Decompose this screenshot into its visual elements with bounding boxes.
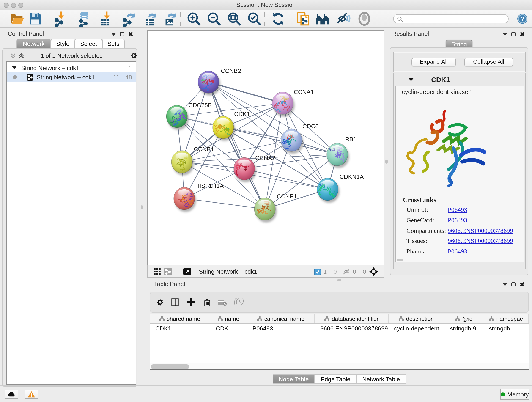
tab-select[interactable]: Select <box>75 38 102 49</box>
network-edge[interactable] <box>244 169 328 189</box>
network-node-RB1[interactable] <box>327 143 348 166</box>
birdseye-view-icon[interactable] <box>183 268 191 275</box>
network-row[interactable]: String Network – cdk1 11 48 <box>7 72 136 82</box>
splitter-handle[interactable] <box>141 205 143 210</box>
tab-edge-table[interactable]: Edge Table <box>315 375 356 384</box>
scrollbar-thumb[interactable] <box>151 364 189 369</box>
network-node-CCNB1[interactable] <box>171 151 192 173</box>
column-header-namespac[interactable]: namespac <box>483 314 529 323</box>
panel-close-icon[interactable]: ✖ <box>520 282 525 287</box>
network-node-CDKN1A[interactable] <box>317 178 338 201</box>
collapse-all-chevron-icon[interactable] <box>10 53 16 59</box>
table-cell[interactable]: P06493 <box>247 324 315 333</box>
warning-status-button[interactable] <box>25 390 38 399</box>
network-view[interactable]: CCNB2CCNA1CDC25BCDK1CDC6RB1CCNB1CCNA2CDK… <box>147 30 384 265</box>
collapse-all-button[interactable]: Collapse All <box>464 58 513 66</box>
column-header-database-identifier[interactable]: database identifier <box>315 314 389 323</box>
clone-network-icon[interactable] <box>296 11 312 27</box>
import-table-file-icon[interactable] <box>98 11 114 27</box>
network-node-CCNB2[interactable] <box>198 71 219 93</box>
tab-network[interactable]: Network <box>17 38 51 49</box>
zoom-selected-icon[interactable] <box>247 11 262 27</box>
table-cell[interactable]: CDK1 <box>150 324 210 333</box>
tree-expand-icon[interactable] <box>12 66 17 69</box>
column-header-shared-name[interactable]: shared name <box>150 314 210 323</box>
panel-float-icon[interactable] <box>511 32 515 36</box>
column-type-icon <box>257 316 262 321</box>
panel-float-icon[interactable] <box>511 282 515 287</box>
crosslink-value-link[interactable]: P06493 <box>448 248 467 255</box>
delete-column-trash-icon[interactable] <box>204 298 211 306</box>
eye-icon[interactable] <box>356 11 372 27</box>
expand-all-button[interactable]: Expand All <box>412 58 456 66</box>
crosslink-value-link[interactable]: P06493 <box>448 217 467 224</box>
export-image-icon[interactable] <box>162 11 178 27</box>
zoom-out-icon[interactable] <box>206 11 222 27</box>
network-edge[interactable] <box>184 198 265 209</box>
network-node-CCNA2[interactable] <box>234 157 255 180</box>
zoom-in-icon[interactable] <box>186 11 202 27</box>
expand-all-chevron-icon[interactable] <box>18 53 24 59</box>
splitter-handle[interactable] <box>385 160 388 164</box>
column-header--id[interactable]: @id <box>444 314 483 323</box>
network-edge[interactable] <box>209 82 265 209</box>
column-header-canonical-name[interactable]: canonical name <box>247 314 315 323</box>
network-node-HIST1H1A[interactable] <box>174 187 195 210</box>
table-cell[interactable]: 9606.ENSP00000378699 <box>315 324 389 333</box>
network-node-CDC6[interactable] <box>281 129 302 152</box>
column-header-description[interactable]: description <box>389 314 444 323</box>
help-button[interactable]: ? <box>517 13 528 24</box>
grid-view-icon[interactable] <box>154 268 161 275</box>
network-share-icon[interactable] <box>164 268 172 275</box>
string-home-icon[interactable] <box>315 11 330 27</box>
network-options-gear-icon[interactable] <box>130 52 138 59</box>
tab-network-table[interactable]: Network Table <box>356 375 406 384</box>
crosshair-icon[interactable] <box>369 267 378 276</box>
tab-node-table[interactable]: Node Table <box>273 375 315 384</box>
results-scrollbar-thumb[interactable] <box>397 259 403 261</box>
import-network-database-icon[interactable] <box>76 11 92 27</box>
panel-menu-icon[interactable] <box>503 283 507 286</box>
search-input[interactable] <box>393 14 509 23</box>
memory-button[interactable]: Memory <box>500 389 529 400</box>
table-scrollbar[interactable] <box>150 363 529 370</box>
zoom-fit-icon[interactable] <box>226 11 242 27</box>
table-settings-gear-icon[interactable] <box>156 298 164 306</box>
table-row[interactable]: CDK1CDK1P064939606.ENSP00000378699cyclin… <box>150 324 529 333</box>
refresh-icon[interactable] <box>270 11 286 27</box>
crosslink-value-link[interactable]: P06493 <box>448 206 467 214</box>
tab-sets[interactable]: Sets <box>102 38 125 49</box>
crosslink-label: Uniprot: <box>406 206 428 213</box>
table-cell[interactable]: stringdb:9... <box>444 324 483 333</box>
network-collection-row[interactable]: String Network – cdk1 1 <box>7 63 136 72</box>
table-cell[interactable]: CDK1 <box>210 324 247 333</box>
export-table-icon[interactable] <box>143 11 158 27</box>
panel-menu-icon[interactable] <box>111 33 116 36</box>
panel-menu-icon[interactable] <box>503 33 507 36</box>
add-column-icon[interactable] <box>187 298 195 306</box>
column-header-name[interactable]: name <box>210 314 247 323</box>
network-node-CDK1[interactable] <box>213 116 234 139</box>
collapse-section-icon[interactable] <box>408 78 414 81</box>
network-node-CCNE1[interactable] <box>254 198 275 220</box>
panel-close-icon[interactable]: ✖ <box>520 32 525 36</box>
table-cell[interactable]: cyclin-dependent ... <box>389 324 444 333</box>
export-network-icon[interactable] <box>121 11 137 27</box>
panel-close-icon[interactable]: ✖ <box>128 32 133 36</box>
crosslink-value-link[interactable]: 9606.ENSP00000378699 <box>448 238 513 245</box>
import-network-file-icon[interactable] <box>53 11 68 27</box>
open-session-icon[interactable] <box>9 11 25 27</box>
show-columns-icon[interactable] <box>171 298 179 306</box>
crosslink-value-link[interactable]: 9606.ENSP00000378699 <box>448 227 513 235</box>
result-section-header[interactable]: CDK1 <box>394 73 525 85</box>
table-cell[interactable]: stringdb <box>483 324 529 333</box>
splitter-handle[interactable] <box>337 279 341 281</box>
hide-glass-icon[interactable] <box>336 11 351 27</box>
cloud-status-button[interactable] <box>5 390 18 399</box>
save-session-icon[interactable] <box>27 11 43 27</box>
panel-float-icon[interactable] <box>120 32 124 36</box>
selected-checkbox-icon[interactable] <box>314 269 321 275</box>
tab-style[interactable]: Style <box>51 38 75 49</box>
network-node-CCNA1[interactable] <box>272 92 293 114</box>
network-node-CDC25B[interactable] <box>166 105 187 128</box>
